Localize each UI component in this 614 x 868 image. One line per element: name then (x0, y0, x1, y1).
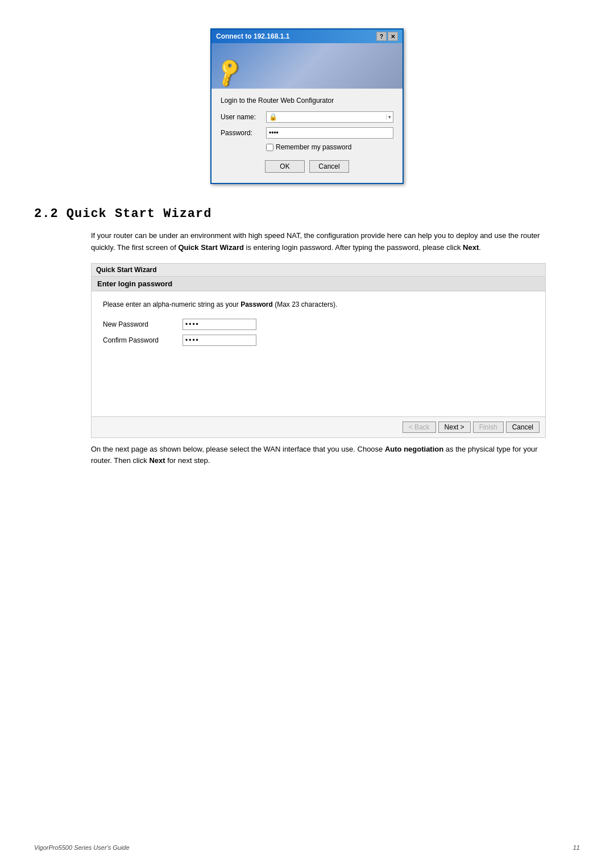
wizard-header-label: Quick Start Wizard (96, 266, 157, 274)
wizard-section-title: Enter login password (92, 277, 545, 291)
section-title: 2.2 Quick Start Wizard (34, 207, 580, 221)
intro-part3: . (479, 243, 481, 252)
dialog-area: Connect to 192.168.1.1 ? ✕ 🔑 Login to th… (34, 28, 580, 184)
new-password-row: New Password (103, 319, 534, 330)
wizard-desc-bold: Password (240, 301, 273, 308)
confirm-password-input[interactable] (182, 335, 256, 346)
wizard-content: Please enter an alpha-numeric string as … (92, 291, 545, 416)
wizard-desc-part2: (Max 23 characters). (273, 301, 337, 308)
remember-row: Remember my password (266, 143, 393, 151)
intro-bold1: Quick Start Wizard (178, 243, 243, 252)
intro-text: If your router can be under an environme… (91, 230, 546, 254)
footer-left: VigorPro5500 Series User's Guide (34, 844, 130, 851)
wizard-footer: < Back Next > Finish Cancel (92, 416, 545, 437)
wizard-cancel-button[interactable]: Cancel (506, 422, 540, 433)
username-input[interactable] (267, 112, 386, 122)
outro-text: On the next page as shown below, please … (91, 444, 546, 468)
remember-checkbox[interactable] (266, 144, 273, 151)
connect-dialog: Connect to 192.168.1.1 ? ✕ 🔑 Login to th… (210, 28, 404, 184)
ok-button[interactable]: OK (265, 160, 305, 173)
dialog-titlebar: Connect to 192.168.1.1 ? ✕ (211, 30, 403, 43)
next-button[interactable]: Next > (438, 422, 471, 433)
dialog-body: Login to the Router Web Configurator Use… (211, 89, 403, 183)
intro-part2: is entering login password. After typing… (244, 243, 463, 252)
wizard-panel: Quick Start Wizard Enter login password … (91, 263, 546, 438)
password-label: Password: (221, 129, 266, 137)
back-button[interactable]: < Back (403, 422, 436, 433)
outro-bold1: Auto negotiation (385, 445, 443, 453)
dialog-banner: 🔑 (211, 43, 403, 89)
password-input[interactable] (266, 127, 393, 139)
username-input-wrapper: ▾ (266, 111, 393, 123)
outro-part3: for next step. (165, 456, 210, 465)
remember-label: Remember my password (276, 143, 351, 151)
confirm-password-row: Confirm Password (103, 335, 534, 346)
outro-bold2: Next (149, 456, 165, 465)
dialog-cancel-button[interactable]: Cancel (309, 160, 349, 173)
confirm-password-label: Confirm Password (103, 336, 182, 344)
page-footer: VigorPro5500 Series User's Guide 11 (34, 844, 580, 851)
dropdown-arrow-icon[interactable]: ▾ (386, 114, 393, 120)
dialog-title: Connect to 192.168.1.1 (216, 32, 289, 40)
dialog-buttons: OK Cancel (221, 160, 393, 175)
wizard-desc-part1: Please enter an alpha-numeric string as … (103, 301, 240, 308)
finish-button[interactable]: Finish (473, 422, 504, 433)
intro-bold2: Next (463, 243, 479, 252)
new-password-input[interactable] (182, 319, 256, 330)
outro-part1: On the next page as shown below, please … (91, 445, 385, 453)
wizard-description: Please enter an alpha-numeric string as … (103, 299, 534, 310)
key-icon: 🔑 (212, 56, 246, 89)
wizard-header: Quick Start Wizard (92, 264, 545, 277)
username-label: User name: (221, 113, 266, 121)
titlebar-buttons: ? ✕ (376, 32, 398, 41)
password-field: Password: (221, 127, 393, 139)
footer-right: 11 (573, 844, 580, 851)
close-button[interactable]: ✕ (388, 32, 398, 41)
help-button[interactable]: ? (376, 32, 387, 41)
new-password-label: New Password (103, 320, 182, 328)
dialog-subtitle: Login to the Router Web Configurator (221, 97, 393, 105)
username-field: User name: ▾ (221, 111, 393, 123)
